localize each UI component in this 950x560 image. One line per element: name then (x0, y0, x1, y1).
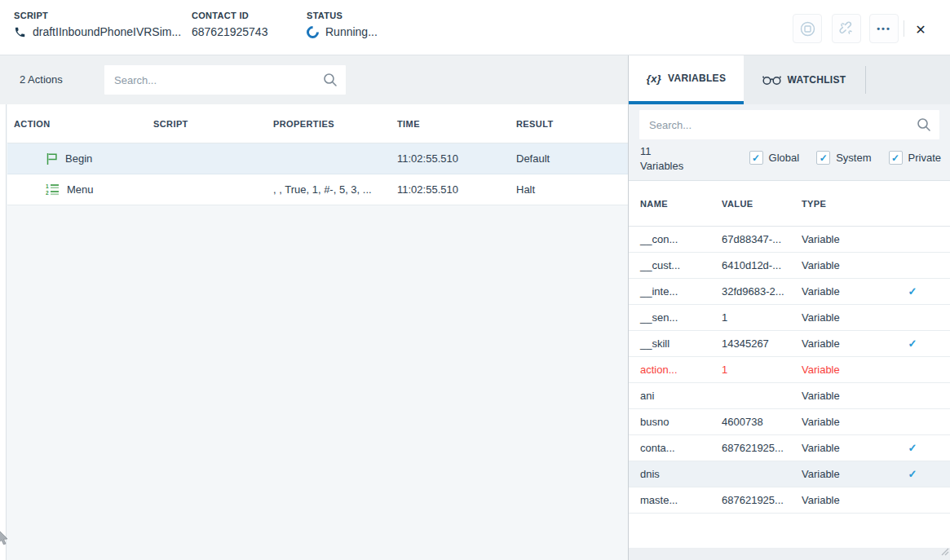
col-type: TYPE (802, 199, 875, 209)
action-time: 11:02:55.510 (397, 183, 516, 196)
variable-row[interactable]: maste... 687621925... Variable (629, 487, 950, 514)
action-name: Begin (65, 152, 92, 165)
script-name: draftIInboundPhoneIVRSim... (33, 25, 181, 38)
filter-system[interactable]: ✓ System (816, 151, 871, 165)
col-action: ACTION (7, 119, 153, 129)
col-name: NAME (629, 199, 722, 209)
resize-grip-icon[interactable] (939, 545, 949, 559)
titlebar: SCRIPT draftIInboundPhoneIVRSim... CONTA… (0, 0, 950, 55)
variable-row[interactable]: ani Variable (629, 383, 950, 409)
script-field: SCRIPT draftIInboundPhoneIVRSim... (14, 11, 181, 38)
search-icon[interactable] (917, 117, 931, 132)
filter-global[interactable]: ✓ Global (749, 151, 800, 165)
action-time: 11:02:55.510 (397, 152, 516, 165)
stop-icon (800, 21, 815, 37)
variables-x-icon: {x} (647, 73, 661, 85)
contact-id-label: CONTACT ID (192, 11, 267, 20)
action-result: Default (516, 152, 628, 165)
actions-table-header: ACTION SCRIPT PROPERTIES TIME RESULT (7, 104, 628, 143)
action-row-menu[interactable]: 1 2 Menu , , True, 1, #-, 5, 3, ... 11:0… (7, 174, 628, 205)
watch-check-icon: ✓ (875, 442, 950, 454)
titlebar-divider (904, 20, 904, 37)
variable-row[interactable]: __cust... 6410d12d-... Variable (629, 253, 950, 279)
panel-footer (629, 548, 950, 560)
checkbox-system[interactable]: ✓ (816, 151, 830, 165)
phone-icon (14, 26, 26, 38)
running-spinner-icon (304, 23, 321, 40)
watch-check-icon: ✓ (875, 468, 950, 480)
flag-icon (46, 152, 58, 165)
tab-divider (865, 66, 866, 94)
variable-row[interactable]: __con... 67d88347-... Variable (629, 227, 950, 253)
watch-check-icon: ✓ (875, 285, 950, 298)
glasses-icon (762, 74, 781, 86)
variable-row[interactable]: conta... 687621925... Variable ✓ (629, 435, 950, 461)
variables-search-box (639, 110, 939, 139)
script-label: SCRIPT (14, 11, 181, 20)
filter-private[interactable]: ✓ Private (889, 151, 941, 165)
svg-text:1: 1 (46, 183, 49, 189)
variable-row[interactable]: __skill 14345267 Variable ✓ (629, 331, 950, 357)
actions-search-input[interactable] (104, 74, 323, 86)
checkbox-private[interactable]: ✓ (889, 151, 903, 165)
action-row-begin[interactable]: Begin 11:02:55.510 Default (7, 143, 628, 174)
variables-filter-block: 11 Variables ✓ Global ✓ System ✓ Private (629, 104, 950, 181)
action-name: Menu (67, 183, 94, 196)
tab-watchlist[interactable]: WATCHLIST (744, 55, 864, 104)
actions-table-area: ACTION SCRIPT PROPERTIES TIME RESULT Beg… (0, 104, 628, 560)
variable-row[interactable]: busno 4600738 Variable (629, 409, 950, 435)
checkbox-global[interactable]: ✓ (749, 151, 763, 165)
tab-variables[interactable]: {x} VARIABLES (629, 55, 744, 104)
status-label: STATUS (307, 11, 378, 20)
col-script: SCRIPT (153, 119, 273, 129)
watch-check-icon: ✓ (875, 337, 950, 350)
more-options-button[interactable]: ••• (869, 14, 899, 43)
close-button[interactable]: ✕ (908, 17, 933, 42)
status-field: STATUS Running... (307, 11, 378, 38)
actions-toolbar: 2 Actions (0, 55, 628, 104)
broken-link-icon (839, 21, 855, 37)
left-gutter (0, 104, 7, 560)
search-icon[interactable] (323, 73, 338, 87)
action-result: Halt (516, 183, 628, 196)
mouse-cursor (0, 530, 9, 549)
variable-row-error[interactable]: action... 1 Variable (629, 357, 950, 383)
actions-panel: 2 Actions ACTION SCRIPT PROPERTIES TIME … (0, 55, 628, 560)
svg-text:2: 2 (46, 190, 49, 196)
contact-id-value: 687621925743 (192, 25, 267, 38)
col-value: VALUE (722, 199, 802, 209)
variables-table-header: NAME VALUE TYPE (629, 181, 950, 227)
actions-search-box (104, 65, 346, 95)
variable-row[interactable]: __inte... 32fd9683-2... Variable ✓ (629, 279, 950, 305)
variable-row[interactable]: __sen... 1 Variable (629, 305, 950, 331)
col-properties: PROPERTIES (273, 119, 397, 129)
detach-button[interactable] (832, 14, 861, 43)
stop-button[interactable] (793, 14, 822, 43)
tab-bar: {x} VARIABLES WATCHLIST (629, 55, 950, 104)
col-result: RESULT (516, 119, 628, 129)
variables-count: 11 Variables (640, 144, 692, 174)
actions-count: 2 Actions (20, 73, 63, 86)
variables-search-input[interactable] (639, 119, 917, 131)
ellipsis-icon: ••• (877, 24, 891, 33)
variable-row-selected[interactable]: dnis Variable ✓ (629, 461, 950, 487)
col-time: TIME (397, 119, 516, 129)
status-value: Running... (325, 25, 378, 38)
variables-rows: __con... 67d88347-... Variable __cust...… (629, 227, 950, 514)
action-properties: , , True, 1, #-, 5, 3, ... (273, 183, 397, 196)
numbered-list-icon: 1 2 (46, 183, 60, 196)
contact-id-field: CONTACT ID 687621925743 (192, 11, 267, 38)
variables-panel: {x} VARIABLES WATCHLIST 11 Variables (628, 55, 950, 560)
